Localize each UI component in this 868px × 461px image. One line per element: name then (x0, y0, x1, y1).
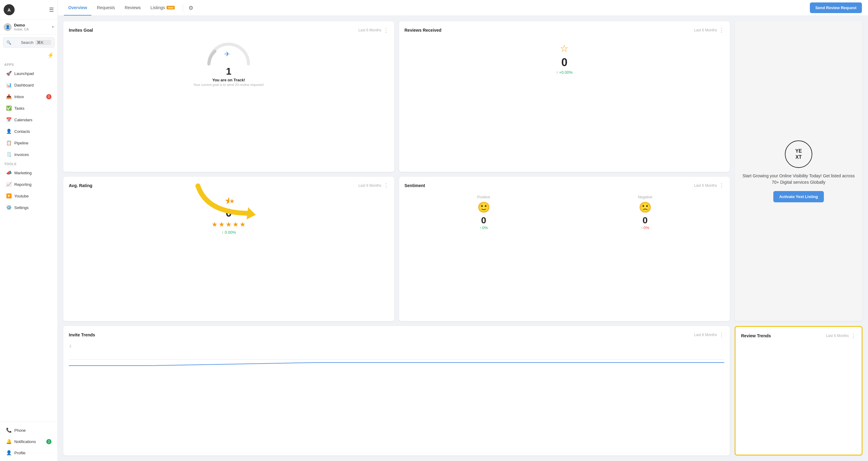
reviews-received-card: Reviews Received Last 6 Months ⋮ ☆ 0 ↑ +… (399, 21, 730, 172)
star-5: ★ (240, 221, 246, 229)
listings-new-badge: new (166, 6, 175, 9)
dashboard-icon: 📊 (6, 82, 11, 88)
yext-logo: YEXT (785, 141, 812, 168)
sidebar-item-youtube[interactable]: ▶️ Youtube (2, 191, 56, 201)
sidebar-item-label: Notifications (14, 439, 36, 444)
content-area: Invites Goal Last 6 Months ⋮ ✈ 1 You are… (58, 16, 868, 461)
sidebar-item-calendars[interactable]: 📅 Calendars (2, 114, 56, 125)
avg-rating-card: Avg. Rating Last 6 Months ⋮ ★★ 0 ★ ★ ★ ★… (63, 177, 394, 321)
star-3: ★ (226, 221, 232, 229)
sentiment-negative: Negative 🙁 0 ↑ 0% (566, 195, 724, 230)
hamburger-icon[interactable]: ☰ (49, 6, 54, 13)
sidebar-item-label: Dashboard (14, 83, 34, 87)
youtube-icon: ▶️ (6, 193, 11, 199)
sidebar-item-launchpad[interactable]: 🚀 Launchpad (2, 68, 56, 79)
sidebar-item-profile[interactable]: 👤 Profile (2, 447, 56, 458)
arrow-up-icon: ↑ (222, 230, 224, 235)
sidebar-item-label: Phone (14, 428, 26, 433)
sidebar-item-label: Reporting (14, 182, 31, 187)
sidebar-item-settings[interactable]: ⚙️ Settings (2, 202, 56, 213)
invites-goal-label: You are on Track! (212, 78, 245, 82)
sidebar-item-dashboard[interactable]: 📊 Dashboard (2, 80, 56, 90)
invites-goal-card: Invites Goal Last 6 Months ⋮ ✈ 1 You are… (63, 21, 394, 172)
stars-row: ★ ★ ★ ★ ★ (212, 221, 246, 229)
settings-gear-button[interactable]: ⚙ (187, 3, 195, 13)
reviews-star-icon: ☆ (560, 42, 569, 54)
sentiment-positive-pct: ↑ 0% (479, 226, 488, 230)
review-trends-menu[interactable]: ⋮ (850, 333, 856, 339)
pipeline-icon: 📋 (6, 140, 11, 146)
avatar: A (4, 4, 14, 15)
sentiment-body: Positive 🙂 0 ↑ 0% Negative 🙁 0 ↑ 0% (405, 192, 724, 233)
tab-reviews[interactable]: Reviews (120, 0, 145, 16)
sidebar-item-marketing[interactable]: 📣 Marketing (2, 167, 56, 178)
sidebar-item-label: Invoices (14, 152, 29, 157)
user-avatar-small: 👤 (4, 23, 11, 31)
avg-rating-change: ↑ 0.00% (222, 230, 236, 235)
svg-text:✈: ✈ (224, 50, 230, 58)
activate-yext-button[interactable]: Activate Yext Listing (773, 191, 824, 202)
phone-icon: 📞 (6, 428, 11, 433)
marketing-icon: 📣 (6, 170, 11, 175)
sentiment-positive-label: Positive (477, 195, 490, 199)
notifications-icon: 🔔 (6, 439, 11, 444)
invite-trends-period: Last 6 Months (694, 333, 717, 337)
sentiment-positive-num: 0 (481, 215, 486, 226)
reviews-received-period: Last 6 Months (694, 28, 717, 32)
avg-rating-period: Last 6 Months (358, 183, 381, 188)
sidebar-item-phone[interactable]: 📞 Phone (2, 425, 56, 436)
review-trends-card: Review Trends Last 6 Months ⋮ (735, 326, 863, 456)
invites-goal-menu[interactable]: ⋮ (383, 27, 389, 33)
negative-face-icon: 🙁 (639, 201, 652, 213)
apps-section-label: Apps (0, 61, 58, 68)
sentiment-negative-num: 0 (643, 215, 648, 226)
arrow-up-icon: ↑ (641, 226, 643, 230)
tab-overview[interactable]: Overview (64, 0, 91, 16)
search-bar[interactable]: 🔍 Search ⌘K (3, 37, 55, 48)
sidebar-item-reporting[interactable]: 📈 Reporting (2, 179, 56, 190)
invite-trends-svg (69, 347, 724, 372)
inbox-icon: 📥 (6, 94, 11, 99)
invite-trends-card: Invite Trends Last 6 Months ⋮ 2 (63, 326, 730, 456)
send-review-request-button[interactable]: Send Review Request (810, 2, 862, 13)
settings-icon: ⚙️ (6, 205, 11, 210)
reviews-received-body: ☆ 0 ↑ +0.00% (405, 36, 724, 81)
invites-goal-sublabel: Your current goal is to send 20 review r… (193, 83, 264, 87)
sidebar-item-notifications[interactable]: 🔔 Notifications 2 (2, 436, 56, 447)
chart-label: 2 (69, 344, 71, 348)
reviews-received-title: Reviews Received (405, 28, 441, 33)
tools-section-label: Tools (0, 160, 58, 167)
chevron-down-icon: ▾ (52, 25, 54, 29)
sidebar-bottom: 📞 Phone 🔔 Notifications 2 👤 Profile (0, 422, 58, 461)
sentiment-card: Sentiment Last 6 Months ⋮ Positive 🙂 0 ↑… (399, 177, 730, 321)
sentiment-negative-pct: ↑ 0% (641, 226, 649, 230)
sidebar-item-contacts[interactable]: 👤 Contacts (2, 126, 56, 137)
tasks-icon: ✅ (6, 106, 11, 111)
invoices-icon: 🗒️ (6, 152, 11, 157)
sidebar-item-tasks[interactable]: ✅ Tasks (2, 103, 56, 114)
avg-rating-title: Avg. Rating (69, 183, 92, 188)
sentiment-menu[interactable]: ⋮ (719, 182, 724, 189)
sidebar-item-invoices[interactable]: 🗒️ Invoices (2, 149, 56, 160)
user-section[interactable]: 👤 Demo Irvine, CA ▾ (0, 20, 58, 34)
arrow-up-icon: ↑ (479, 226, 482, 230)
sidebar-item-label: Inbox (14, 94, 24, 99)
sidebar-item-label: Youtube (14, 194, 29, 198)
user-name: Demo (14, 23, 50, 27)
sidebar-item-inbox[interactable]: 📥 Inbox 0 (2, 91, 56, 102)
yext-card: YEXT Start Growing your Online Visibilit… (735, 21, 863, 321)
tab-listings[interactable]: Listings new (146, 0, 179, 16)
invite-trends-menu[interactable]: ⋮ (719, 332, 724, 338)
search-label: Search (21, 40, 34, 45)
arrow-up-icon: ↑ (556, 70, 558, 75)
gauge-container: ✈ 1 You are on Track! Your current goal … (69, 36, 389, 88)
sidebar-item-pipeline[interactable]: 📋 Pipeline (2, 137, 56, 148)
invites-goal-period: Last 6 Months (358, 28, 381, 32)
sidebar-item-label: Settings (14, 205, 29, 210)
sidebar-item-label: Profile (14, 451, 26, 455)
tab-requests[interactable]: Requests (93, 0, 119, 16)
calendars-icon: 📅 (6, 117, 11, 122)
avg-rating-menu[interactable]: ⋮ (383, 182, 389, 189)
bolt-icon[interactable]: ⚡ (47, 52, 54, 58)
reviews-received-menu[interactable]: ⋮ (719, 27, 724, 33)
